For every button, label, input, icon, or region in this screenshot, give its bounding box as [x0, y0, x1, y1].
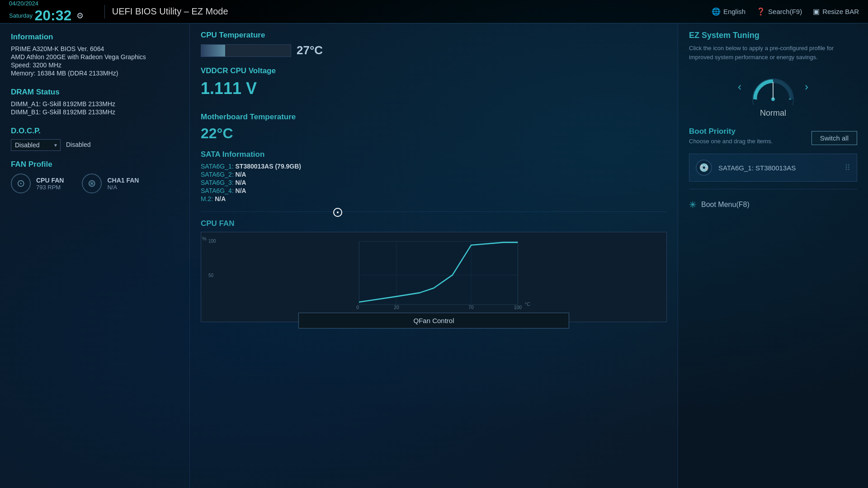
sata-section: SATA Information SATA6G_1: ST380013AS (7…: [201, 150, 667, 202]
sata-port-4: SATA6G_4: N/A: [201, 187, 667, 194]
cpu-fan-section: CPU FAN % 100 50: [201, 211, 667, 322]
right-panel: EZ System Tuning Click the icon below to…: [678, 23, 868, 488]
voltage-title: VDDCR CPU Voltage: [201, 66, 276, 75]
cpu-fan-rpm: 793 RPM: [36, 184, 64, 191]
cha1-fan-item: ⊛ CHA1 FAN N/A: [82, 174, 139, 193]
cpu-fan-label: CPU FAN: [36, 177, 64, 184]
boot-menu-button[interactable]: ✳ Boot Menu(F8): [689, 197, 857, 213]
cha1-fan-label: CHA1 FAN: [107, 177, 139, 184]
chart-y-label: %: [202, 236, 207, 241]
center-panel: CPU Temperature 27°C VDDCR CPU Voltage 1…: [190, 23, 678, 488]
switch-all-button[interactable]: Switch all: [811, 131, 857, 145]
header-nav: 🌐 English ❓ Search(F9) ▣ Resize BAR: [712, 7, 859, 16]
ez-tuning-desc: Click the icon below to apply a pre-conf…: [689, 44, 857, 61]
ez-prev-button[interactable]: ‹: [738, 80, 741, 93]
datetime-section: 04/20/2024 Saturday 20:32 ⚙: [9, 0, 84, 24]
drag-handle-icon: ⠿: [844, 163, 850, 173]
info-line3: Speed: 3200 MHz: [11, 61, 179, 69]
information-block: Information PRIME A320M-K BIOS Ver. 6064…: [11, 33, 179, 77]
sata-port-1: SATA6G_1: ST380013AS (79.9GB): [201, 163, 667, 170]
language-selector[interactable]: 🌐 English: [712, 7, 745, 16]
voltage-value: 1.111 V: [201, 79, 276, 98]
docp-select-wrapper[interactable]: Disabled: [11, 139, 61, 151]
voltage-section: VDDCR CPU Voltage 1.111 V: [201, 66, 276, 98]
sata-m2: M.2: N/A: [201, 195, 667, 202]
svg-text:0: 0: [356, 305, 359, 309]
docp-block: D.O.C.P. Disabled Disabled: [11, 127, 179, 151]
boot-priority-section: Boot Priority Choose one and drag the it…: [689, 127, 857, 182]
dimm-b1: DIMM_B1: G-Skill 8192MB 2133MHz: [11, 108, 179, 116]
date-line2: Saturday: [9, 12, 33, 19]
ez-gauge-svg[interactable]: [750, 69, 796, 105]
left-panel: Information PRIME A320M-K BIOS Ver. 6064…: [0, 23, 190, 488]
ez-tuning-section: EZ System Tuning Click the icon below to…: [689, 31, 857, 118]
svg-text:20: 20: [394, 305, 399, 309]
temp-bar: [201, 44, 291, 57]
sata-title: SATA Information: [201, 150, 667, 159]
information-title: Information: [11, 33, 179, 42]
fan-profile-title: FAN Profile: [11, 160, 179, 169]
chart-100-label: 100: [208, 239, 216, 244]
boot-item[interactable]: 💿 SATA6G_1: ST380013AS ⠿: [689, 154, 857, 182]
fan-profile-block: FAN Profile ⊙ CPU FAN 793 RPM ⊛ CHA1 FAN…: [11, 160, 179, 193]
cpu-temp-value: 27°C: [297, 43, 323, 57]
qfan-button[interactable]: QFan Control: [298, 313, 569, 328]
fan-chart-svg: 0 20 70 100 °C: [208, 237, 659, 309]
right-separator: [689, 189, 857, 189]
info-line1: PRIME A320M-K BIOS Ver. 6064: [11, 45, 179, 52]
sata-port-2: SATA6G_2: N/A: [201, 171, 667, 178]
header-divider-1: [104, 5, 105, 19]
cpu-fan-chart-title: CPU FAN: [201, 219, 667, 228]
ez-mode-label: Normal: [689, 108, 857, 118]
search-button[interactable]: ❓ Search(F9): [756, 7, 802, 16]
boot-priority-title: Boot Priority: [689, 127, 773, 136]
ez-gauge-row: ‹ ›: [689, 69, 857, 105]
ez-next-button[interactable]: ›: [805, 80, 808, 93]
svg-text:°C: °C: [525, 302, 530, 307]
search-label: Search(F9): [768, 8, 802, 15]
mb-temp-title: Motherboard Temperature: [201, 113, 667, 122]
cpu-temp-section: CPU Temperature 27°C: [201, 31, 667, 57]
mb-temp-section: Motherboard Temperature 22°C: [201, 113, 667, 142]
header: 04/20/2024 Saturday 20:32 ⚙ UEFI BIOS Ut…: [0, 0, 868, 23]
docp-label: Disabled: [66, 141, 90, 148]
fan-chart: % 100 50 0: [201, 232, 667, 322]
boot-menu-label: Boot Menu(F8): [701, 201, 750, 209]
dram-title: DRAM Status: [11, 88, 179, 97]
mb-temp-value: 22°C: [201, 125, 667, 142]
date-line1: 04/20/2024: [9, 0, 38, 7]
clock-display: 20:32: [35, 7, 72, 23]
svg-text:70: 70: [468, 305, 474, 309]
cha1-fan-icon: ⊛: [82, 174, 102, 193]
main-content: Information PRIME A320M-K BIOS Ver. 6064…: [0, 23, 868, 488]
temp-bar-fill: [201, 45, 225, 56]
cha1-fan-value: N/A: [107, 184, 139, 191]
svg-rect-7: [359, 241, 518, 304]
ez-tuning-title: EZ System Tuning: [689, 31, 857, 40]
boot-priority-desc: Choose one and drag the items.: [689, 138, 773, 145]
resize-bar-button[interactable]: ▣ Resize BAR: [813, 7, 859, 16]
docp-title: D.O.C.P.: [11, 127, 179, 136]
svg-text:100: 100: [514, 305, 522, 309]
cpu-temp-title: CPU Temperature: [201, 31, 667, 40]
language-label: English: [723, 8, 745, 15]
asterisk-icon: ✳: [689, 199, 697, 210]
sata-port-3: SATA6G_3: N/A: [201, 179, 667, 186]
boot-items-list: 💿 SATA6G_1: ST380013AS ⠿: [689, 154, 857, 182]
info-line2: AMD Athlon 200GE with Radeon Vega Graphi…: [11, 53, 179, 61]
boot-item-icon: 💿: [696, 160, 712, 176]
info-line4: Memory: 16384 MB (DDR4 2133MHz): [11, 70, 179, 77]
globe-icon: 🌐: [712, 7, 721, 16]
chart-50-label: 50: [208, 273, 213, 278]
search-icon: ❓: [756, 7, 765, 16]
cpu-fan-icon: ⊙: [11, 174, 31, 193]
dram-block: DRAM Status DIMM_A1: G-Skill 8192MB 2133…: [11, 88, 179, 116]
header-title: UEFI BIOS Utility – EZ Mode: [112, 6, 228, 16]
boot-item-label: SATA6G_1: ST380013AS: [718, 164, 838, 172]
dimm-a1: DIMM_A1: G-Skill 8192MB 2133MHz: [11, 100, 179, 108]
docp-dropdown[interactable]: Disabled: [11, 139, 61, 151]
resize-label: Resize BAR: [822, 8, 859, 15]
cpu-fan-item: ⊙ CPU FAN 793 RPM: [11, 174, 64, 193]
resize-icon: ▣: [813, 7, 820, 16]
gear-icon[interactable]: ⚙: [76, 11, 84, 20]
